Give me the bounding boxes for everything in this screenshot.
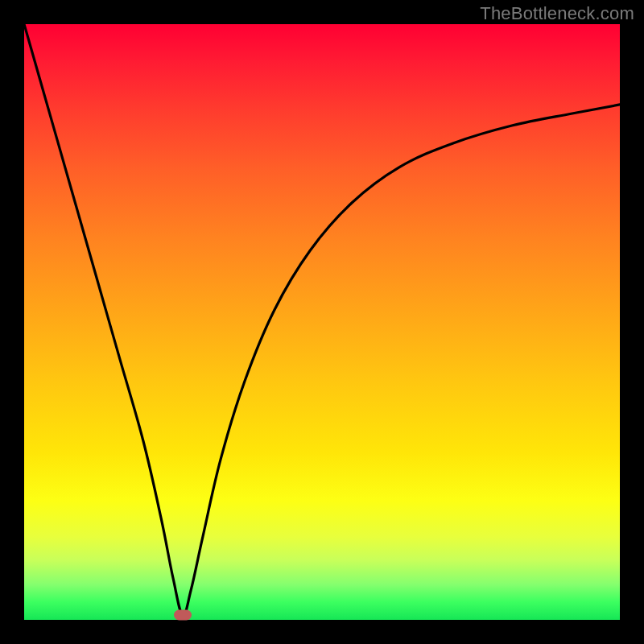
chart-frame: TheBottleneck.com — [0, 0, 644, 644]
plot-area — [24, 24, 620, 620]
watermark-text: TheBottleneck.com — [480, 3, 634, 24]
bottleneck-curve — [24, 24, 620, 620]
minimum-marker — [174, 610, 192, 621]
